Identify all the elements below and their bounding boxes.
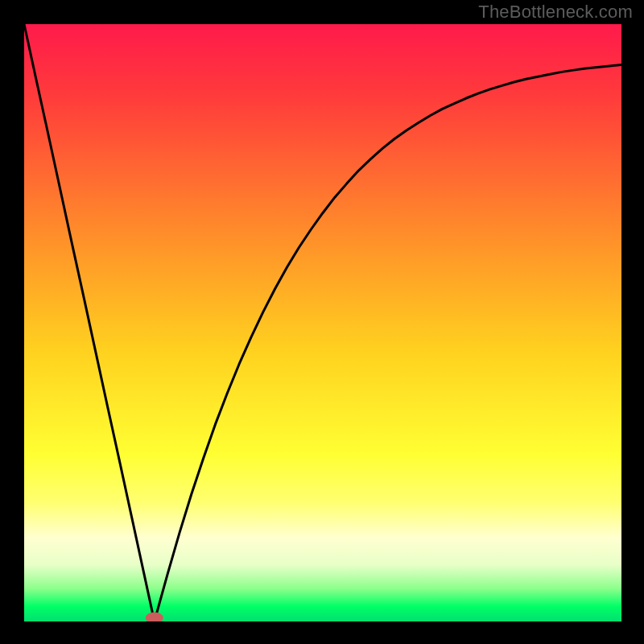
- attribution-text: TheBottleneck.com: [478, 2, 633, 23]
- chart-svg: [0, 0, 644, 644]
- chart-frame: TheBottleneck.com: [0, 0, 644, 644]
- gradient-background: [24, 24, 621, 621]
